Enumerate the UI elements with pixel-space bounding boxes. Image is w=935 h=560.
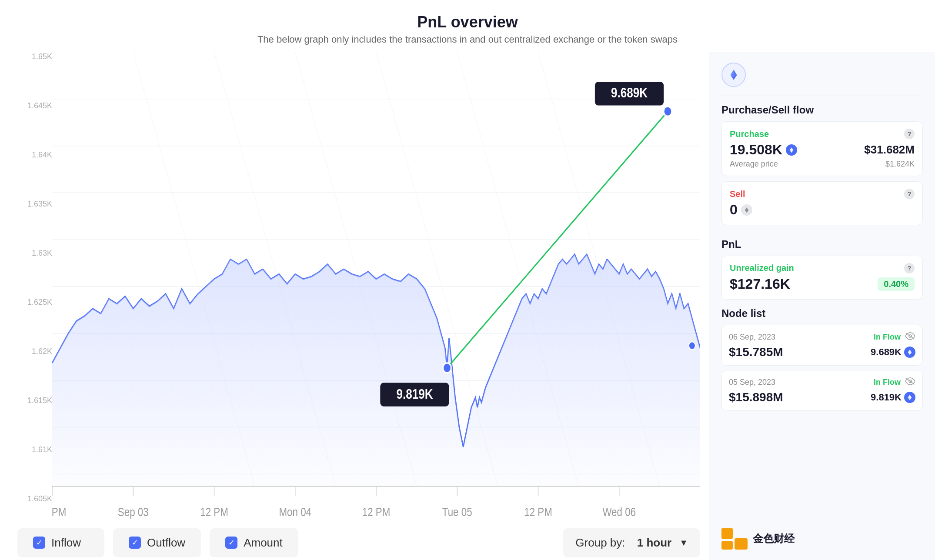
- page-title: PnL overview: [0, 13, 935, 31]
- node-list-title: Node list: [721, 300, 923, 325]
- eth-badge-node1: [904, 347, 915, 358]
- unrealized-amount: $127.16K: [730, 276, 790, 292]
- chart-svg: 9.689K 9.819K 12 PM Sep 03 12 PM Mon 04: [52, 52, 700, 521]
- node-row2-2: $15.898M 9.819K: [729, 390, 915, 404]
- y-label-3: 1.615K: [17, 396, 52, 405]
- node-usd-1: $15.785M: [729, 345, 783, 359]
- svg-rect-46: [721, 528, 733, 539]
- outflow-check-box[interactable]: ✓: [129, 537, 141, 549]
- eth-icon: [721, 63, 746, 87]
- node-row1-1: 06 Sep, 2023 In Flow: [729, 331, 915, 343]
- avg-price-value: $1.624K: [885, 160, 915, 169]
- y-label-1: 1.605K: [17, 494, 52, 503]
- svg-point-19: [689, 342, 695, 350]
- y-axis: 1.65K 1.645K 1.64K 1.635K 1.63K 1.625K 1…: [17, 52, 52, 503]
- page-subtitle: The below graph only includes the transa…: [0, 34, 935, 45]
- purchase-avg-row: Average price $1.624K: [730, 160, 915, 169]
- node-usd-2: $15.898M: [729, 390, 783, 404]
- svg-text:Mon 04: Mon 04: [279, 505, 311, 519]
- node-date-2: 05 Sep, 2023: [729, 378, 775, 387]
- eth-badge-sell: [741, 204, 752, 216]
- amount-checkbox[interactable]: ✓ Amount: [210, 528, 298, 557]
- amount-check-box[interactable]: ✓: [225, 537, 237, 549]
- sell-amount: 0: [730, 202, 752, 218]
- sell-card: Sell ? 0: [721, 181, 923, 225]
- group-by-value: 1 hour: [637, 536, 671, 550]
- svg-rect-48: [735, 538, 748, 550]
- unrealized-help-icon[interactable]: ?: [904, 263, 915, 273]
- inflow-check-box[interactable]: ✓: [33, 537, 45, 549]
- pnl-title: PnL: [721, 230, 923, 256]
- page-header: PnL overview The below graph only includ…: [0, 0, 935, 52]
- y-label-5: 1.625K: [17, 298, 52, 307]
- watermark: 金色财经: [721, 519, 923, 550]
- eth-badge-node2: [904, 392, 915, 403]
- unrealized-card: Unrealized gain ? $127.16K 0.40%: [721, 256, 923, 300]
- node-flow-label-2: In Flow: [874, 378, 901, 387]
- purchase-amount: 19.508K: [730, 142, 797, 158]
- node-eth-2: 9.819K: [871, 392, 915, 403]
- chart-section: 1.65K 1.645K 1.64K 1.635K 1.63K 1.625K 1…: [0, 52, 709, 560]
- y-label-10: 1.65K: [17, 52, 52, 61]
- node-item-1: 06 Sep, 2023 In Flow $15.785M 9.689K: [721, 325, 923, 366]
- node-flow-label-1: In Flow: [874, 333, 901, 342]
- amount-label: Amount: [244, 536, 283, 550]
- svg-text:9.689K: 9.689K: [611, 85, 648, 100]
- svg-point-18: [664, 107, 672, 117]
- node-eth-1: 9.689K: [871, 347, 915, 358]
- svg-point-17: [443, 363, 451, 373]
- node-row2-1: $15.785M 9.689K: [729, 345, 915, 359]
- eye-icon-2[interactable]: [905, 377, 915, 388]
- sell-main-row: 0: [730, 202, 915, 218]
- svg-text:12 PM: 12 PM: [362, 505, 391, 519]
- group-by-dropdown[interactable]: Group by: 1 hour ▼: [563, 528, 700, 557]
- token-header: [721, 63, 923, 96]
- chevron-down-icon: ▼: [679, 538, 688, 548]
- purchase-card: Purchase ? 19.508K $31.682M Average pric…: [721, 121, 923, 176]
- watermark-logo-icon: [721, 528, 748, 550]
- unrealized-label-row: Unrealized gain ?: [730, 263, 915, 273]
- purchase-label: Purchase: [730, 129, 769, 139]
- unrealized-pct: 0.40%: [878, 277, 915, 291]
- eth-badge-purchase: [786, 144, 797, 156]
- chart-controls: ✓ Inflow ✓ Outflow ✓ Amount Group by: 1 …: [17, 525, 700, 560]
- right-panel: Purchase/Sell flow Purchase ? 19.508K $3…: [709, 52, 935, 560]
- avg-price-label: Average price: [730, 160, 778, 169]
- group-by-prefix: Group by:: [575, 536, 625, 550]
- y-label-8: 1.64K: [17, 150, 52, 160]
- purchase-usd: $31.682M: [864, 143, 915, 157]
- main-content: 1.65K 1.645K 1.64K 1.635K 1.63K 1.625K 1…: [0, 52, 935, 560]
- sell-help-icon[interactable]: ?: [904, 189, 915, 199]
- node-row1-2: 05 Sep, 2023 In Flow: [729, 377, 915, 388]
- svg-text:12 PM: 12 PM: [200, 505, 228, 519]
- y-label-2: 1.61K: [17, 445, 52, 454]
- svg-text:12 PM: 12 PM: [52, 505, 66, 519]
- svg-text:Tue 05: Tue 05: [442, 505, 472, 519]
- unrealized-label: Unrealized gain: [730, 263, 794, 273]
- purchase-help-icon[interactable]: ?: [904, 129, 915, 139]
- y-label-7: 1.635K: [17, 200, 52, 209]
- y-label-9: 1.645K: [17, 101, 52, 110]
- node-date-1: 06 Sep, 2023: [729, 333, 775, 342]
- purchase-label-row: Purchase ?: [730, 129, 915, 139]
- svg-text:9.819K: 9.819K: [396, 386, 433, 401]
- sell-label: Sell: [730, 189, 745, 199]
- eye-icon-1[interactable]: [905, 331, 915, 343]
- watermark-label: 金色财经: [753, 532, 795, 546]
- svg-rect-47: [721, 541, 733, 550]
- outflow-label: Outflow: [147, 536, 185, 550]
- outflow-checkbox[interactable]: ✓ Outflow: [113, 528, 201, 557]
- node-item-2: 05 Sep, 2023 In Flow $15.898M 9.819K: [721, 370, 923, 411]
- y-label-6: 1.63K: [17, 249, 52, 258]
- svg-text:Sep 03: Sep 03: [118, 505, 149, 519]
- inflow-label: Inflow: [51, 536, 81, 550]
- svg-text:Wed 06: Wed 06: [602, 505, 636, 519]
- inflow-checkbox[interactable]: ✓ Inflow: [17, 528, 104, 557]
- svg-text:12 PM: 12 PM: [524, 505, 552, 519]
- purchase-main-row: 19.508K $31.682M: [730, 142, 915, 158]
- y-label-4: 1.62K: [17, 347, 52, 356]
- sell-label-row: Sell ?: [730, 189, 915, 199]
- unrealized-main-row: $127.16K 0.40%: [730, 276, 915, 292]
- chart-wrapper: 1.65K 1.645K 1.64K 1.635K 1.63K 1.625K 1…: [17, 52, 700, 521]
- purchase-sell-title: Purchase/Sell flow: [721, 96, 923, 121]
